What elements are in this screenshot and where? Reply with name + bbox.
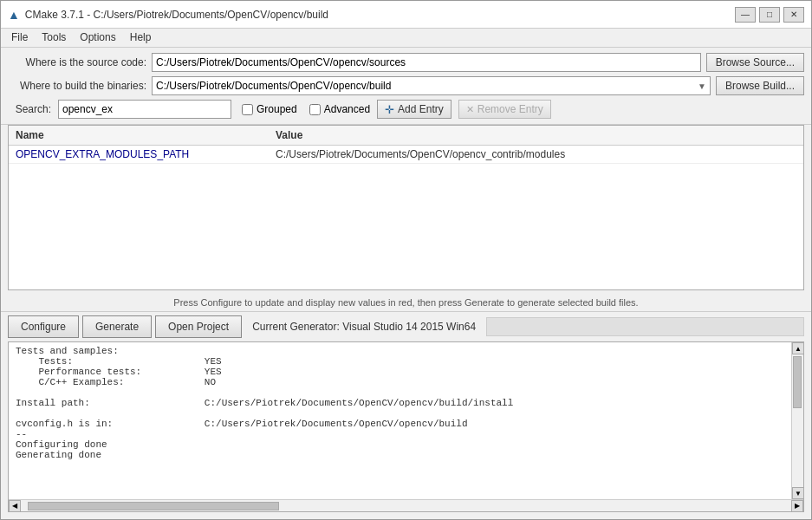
- advanced-checkbox[interactable]: [309, 104, 321, 115]
- scroll-h-track: [21, 500, 791, 511]
- source-row: Where is the source code: Browse Source.…: [8, 53, 804, 72]
- search-input[interactable]: [58, 100, 231, 119]
- window-title: CMake 3.7.1 - C:/Users/Piotrek/Documents…: [25, 9, 328, 21]
- advanced-checkbox-label[interactable]: Advanced: [309, 103, 370, 115]
- generator-label: Current Generator: Visual Studio 14 2015…: [252, 321, 476, 333]
- action-buttons: Configure Generate Open Project Current …: [1, 312, 811, 341]
- title-bar-controls: — □ ✕: [735, 7, 804, 23]
- scroll-down-button[interactable]: ▼: [792, 487, 804, 499]
- checkbox-group: Grouped Advanced: [242, 103, 370, 115]
- browse-source-button[interactable]: Browse Source...: [706, 53, 804, 72]
- main-table-wrapper: Name Value OPENCV_EXTRA_MODULES_PATH C:/…: [1, 125, 811, 294]
- build-row: Where to build the binaries: C:/Users/Pi…: [8, 76, 804, 95]
- advanced-label: Advanced: [324, 103, 370, 115]
- remove-icon: ✕: [466, 104, 474, 115]
- menu-bar: File Tools Options Help: [1, 29, 811, 48]
- main-table: Name Value OPENCV_EXTRA_MODULES_PATH C:/…: [8, 125, 804, 290]
- build-label: Where to build the binaries:: [8, 80, 146, 92]
- open-project-button[interactable]: Open Project: [155, 315, 242, 338]
- cell-value-0: C:/Users/Piotrek/Documents/OpenCV/opencv…: [276, 148, 796, 160]
- col-header-value: Value: [276, 129, 796, 141]
- title-bar-left: ▲ CMake 3.7.1 - C:/Users/Piotrek/Documen…: [8, 8, 328, 22]
- title-bar: ▲ CMake 3.7.1 - C:/Users/Piotrek/Documen…: [1, 1, 811, 29]
- add-entry-label: Add Entry: [398, 103, 444, 115]
- status-text: Press Configure to update and display ne…: [173, 297, 638, 308]
- grouped-label: Grouped: [257, 103, 297, 115]
- col-header-name: Name: [16, 129, 276, 141]
- search-label: Search:: [8, 103, 51, 115]
- add-icon: ✛: [385, 103, 394, 116]
- app-icon: ▲: [8, 8, 20, 22]
- output-scrollbar-horizontal: ◀ ▶: [9, 499, 803, 511]
- menu-file[interactable]: File: [4, 30, 35, 45]
- main-window: ▲ CMake 3.7.1 - C:/Users/Piotrek/Documen…: [0, 0, 812, 520]
- maximize-button[interactable]: □: [759, 7, 780, 23]
- output-scrollbar-vertical[interactable]: ▲ ▼: [791, 342, 803, 499]
- cell-name-0: OPENCV_EXTRA_MODULES_PATH: [16, 148, 276, 160]
- menu-tools[interactable]: Tools: [35, 30, 73, 45]
- generator-prefix: Current Generator:: [252, 321, 340, 333]
- source-label: Where is the source code:: [8, 56, 146, 68]
- grouped-checkbox[interactable]: [242, 104, 253, 115]
- scroll-thumb[interactable]: [793, 356, 802, 408]
- output-area-container: Tests and samples: Tests: YES Performanc…: [8, 341, 804, 512]
- generator-value: Visual Studio 14 2015 Win64: [342, 321, 476, 333]
- scroll-track: [792, 354, 803, 487]
- scroll-left-button[interactable]: ◀: [9, 500, 21, 512]
- build-combo-value: C:/Users/Piotrek/Documents/OpenCV/opencv…: [156, 80, 391, 92]
- table-body: OPENCV_EXTRA_MODULES_PATH C:/Users/Piotr…: [9, 146, 803, 289]
- source-input[interactable]: [152, 53, 701, 72]
- add-entry-button[interactable]: ✛ Add Entry: [377, 100, 451, 119]
- generate-button[interactable]: Generate: [82, 315, 152, 338]
- scroll-up-button[interactable]: ▲: [792, 342, 804, 354]
- table-row[interactable]: OPENCV_EXTRA_MODULES_PATH C:/Users/Piotr…: [9, 146, 803, 164]
- status-bar: Press Configure to update and display ne…: [1, 294, 811, 312]
- search-row: Search: Grouped Advanced ✛ Add Entry ✕ R…: [8, 100, 804, 119]
- toolbar-area: Where is the source code: Browse Source.…: [1, 48, 811, 125]
- remove-entry-button[interactable]: ✕ Remove Entry: [458, 100, 551, 119]
- configure-button[interactable]: Configure: [8, 315, 79, 338]
- table-header: Name Value: [9, 126, 803, 146]
- close-button[interactable]: ✕: [783, 7, 804, 23]
- remove-entry-label: Remove Entry: [477, 103, 543, 115]
- menu-help[interactable]: Help: [123, 30, 159, 45]
- grouped-checkbox-label[interactable]: Grouped: [242, 103, 297, 115]
- menu-options[interactable]: Options: [73, 30, 122, 45]
- browse-build-button[interactable]: Browse Build...: [716, 76, 804, 95]
- build-combo[interactable]: C:/Users/Piotrek/Documents/OpenCV/opencv…: [152, 76, 711, 95]
- scroll-right-button[interactable]: ▶: [791, 500, 803, 512]
- output-area[interactable]: Tests and samples: Tests: YES Performanc…: [9, 342, 803, 499]
- minimize-button[interactable]: —: [735, 7, 756, 23]
- generator-display: [486, 317, 804, 336]
- combo-arrow-icon: ▼: [698, 81, 706, 91]
- scroll-h-thumb[interactable]: [28, 502, 279, 510]
